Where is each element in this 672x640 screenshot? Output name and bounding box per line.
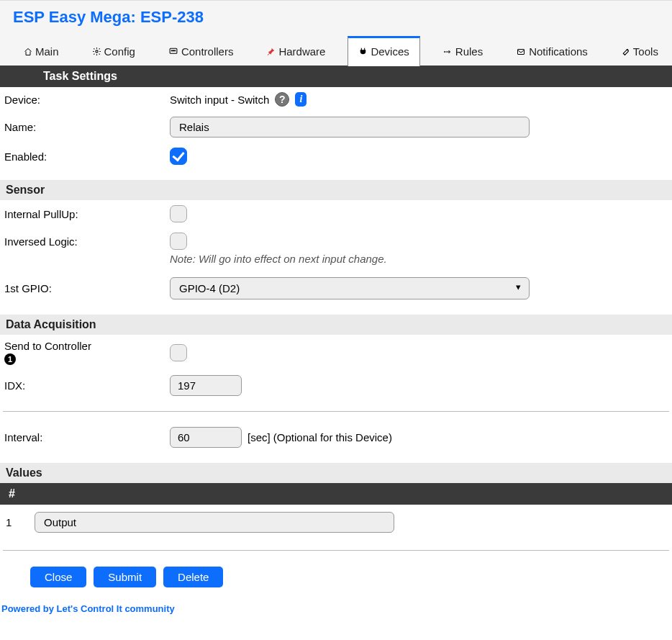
tab-bar: Main Config Controllers Hardware Devices <box>13 35 659 66</box>
controller-number-badge: 1 <box>4 353 16 365</box>
tab-notifications[interactable]: Notifications <box>505 37 599 66</box>
send-controller-checkbox[interactable] <box>170 344 187 361</box>
label-inversed-logic: Inversed Logic: <box>3 235 170 248</box>
separator <box>3 411 669 412</box>
help-icon[interactable]: ? <box>275 92 289 107</box>
message-icon <box>168 47 178 56</box>
label-device: Device: <box>3 94 170 106</box>
tab-hardware[interactable]: Hardware <box>255 37 336 66</box>
plug-icon <box>358 47 368 56</box>
label-enabled: Enabled: <box>3 150 170 163</box>
home-icon <box>24 48 32 56</box>
enabled-checkbox[interactable] <box>170 148 187 165</box>
wrench-icon <box>621 47 630 56</box>
submit-button[interactable]: Submit <box>94 567 156 587</box>
section-values: Values <box>0 463 672 483</box>
footer: Powered by Let's Control It community <box>0 600 672 628</box>
internal-pullup-checkbox[interactable] <box>170 205 187 222</box>
svg-point-2 <box>171 50 172 51</box>
label-interval: Interval: <box>3 431 170 443</box>
pin-icon <box>266 47 276 56</box>
tab-label: Rules <box>455 45 483 58</box>
value-name-input[interactable] <box>35 512 394 533</box>
label-idx: IDX: <box>3 379 170 392</box>
tab-controllers[interactable]: Controllers <box>158 37 245 66</box>
mail-icon <box>516 48 526 56</box>
tab-config[interactable]: Config <box>81 37 146 66</box>
gear-icon <box>92 47 101 56</box>
values-header-num: # <box>0 483 672 505</box>
svg-point-5 <box>444 51 445 52</box>
section-task-settings: Task Settings <box>0 66 672 87</box>
delete-button[interactable]: Delete <box>163 567 223 587</box>
tab-tools[interactable]: Tools <box>610 37 669 66</box>
inversed-note: Note: Will go into effect on next input … <box>170 250 669 272</box>
name-input[interactable] <box>170 117 530 138</box>
label-internal-pullup: Internal PullUp: <box>3 208 170 220</box>
page-title: ESP Easy Mega: ESP-238 <box>13 6 659 35</box>
svg-rect-6 <box>518 49 525 54</box>
tab-label: Tools <box>633 45 658 58</box>
tab-label: Devices <box>371 45 409 58</box>
tab-label: Notifications <box>529 45 588 58</box>
section-sensor: Sensor <box>0 180 672 200</box>
label-name: Name: <box>3 121 170 133</box>
footer-link[interactable]: Let's Control It <box>57 603 122 614</box>
svg-point-0 <box>95 50 97 53</box>
value-row: 1 <box>3 505 669 540</box>
value-number: 1 <box>6 516 20 528</box>
svg-point-4 <box>175 50 176 51</box>
arrow-icon <box>442 48 453 56</box>
section-data-acquisition: Data Acquisition <box>0 315 672 335</box>
gpio-select[interactable]: GPIO-4 (D2) <box>170 277 530 299</box>
tab-label: Config <box>104 45 135 58</box>
tab-devices[interactable]: Devices <box>348 36 419 66</box>
info-icon[interactable]: i <box>295 92 307 107</box>
device-type-text: Switch input - Switch <box>170 94 269 106</box>
svg-point-7 <box>627 50 628 50</box>
tab-rules[interactable]: Rules <box>432 37 494 66</box>
label-first-gpio: 1st GPIO: <box>3 282 170 294</box>
label-send-controller: Send to Controller 1 <box>3 340 170 365</box>
tab-label: Main <box>35 45 59 58</box>
close-button[interactable]: Close <box>30 567 86 587</box>
svg-point-3 <box>173 50 173 51</box>
inversed-logic-checkbox[interactable] <box>170 233 187 250</box>
separator <box>3 550 669 551</box>
idx-input[interactable] <box>170 375 242 396</box>
tab-label: Controllers <box>181 45 234 58</box>
interval-input[interactable] <box>170 427 242 448</box>
tab-main[interactable]: Main <box>13 37 70 66</box>
interval-suffix: [sec] (Optional for this Device) <box>248 431 392 443</box>
tab-label: Hardware <box>278 45 325 58</box>
